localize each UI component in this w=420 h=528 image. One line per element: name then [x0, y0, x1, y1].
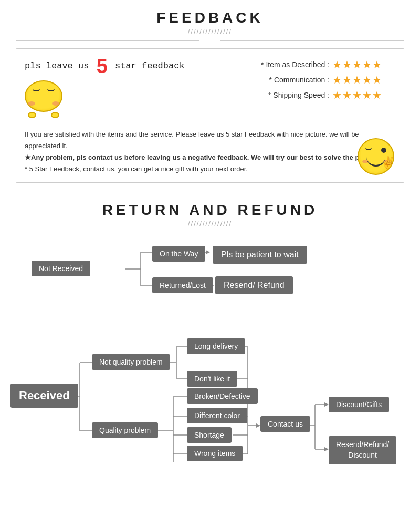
rating-row-described: * Item as Described : ★★★★★ [259, 58, 395, 71]
not-received-box: Not Received [32, 261, 90, 276]
feedback-desc2-text: ★Any problem, pls contact us before leav… [25, 153, 382, 161]
dont-like-box: Don't like it [187, 371, 237, 387]
wink-right-eye [381, 148, 386, 153]
return-divider: /////////////// [0, 220, 420, 227]
feedback-box: pls leave us 5 star feedback [16, 48, 404, 183]
smiley-eyes [26, 89, 61, 91]
received-label: Received [10, 384, 78, 408]
feedback-ratings: * Item as Described : ★★★★★ * Communicat… [259, 56, 395, 104]
feedback-description: If you are satisfied with the items and … [25, 129, 395, 175]
wrong-items-label: Wrong items [187, 446, 243, 461]
resend-refund-discount-box: Resend/Refund/ Discount [329, 436, 396, 464]
smiley-face [25, 80, 62, 112]
quality-label: Quality problem [92, 422, 158, 438]
smiley-hands [28, 112, 59, 118]
return-section-header: RETURN AND REFUND /////////////// [0, 192, 420, 233]
different-color-label: Different color [187, 408, 247, 423]
rating-row-communication: * Communication : ★★★★★ [259, 74, 395, 86]
feedback-title: FEEDBACK [0, 9, 420, 26]
feedback-star-number: 5 [97, 55, 108, 77]
left-cheek [28, 101, 35, 106]
feedback-section-header: FEEDBACK /////////////// [0, 0, 420, 41]
rating-label-described: * Item as Described : [259, 60, 332, 69]
right-hand [51, 112, 59, 118]
return-title: RETURN AND REFUND [0, 202, 420, 219]
quality-box: Quality problem [92, 422, 158, 438]
right-cheek [52, 101, 59, 106]
resend-refund-top-box: Resend/ Refund [215, 276, 293, 294]
broken-label: Broken/Defective [187, 388, 258, 404]
dont-like-label: Don't like it [187, 371, 237, 387]
long-delivery-label: Long delivery [187, 338, 245, 354]
left-eye [33, 89, 40, 91]
smiley-cheeks [26, 101, 61, 106]
feedback-desc1: If you are satisfied with the items and … [25, 129, 395, 152]
discount-gifts-box: Discount/Gifts [329, 397, 389, 412]
wink-left-eye [365, 148, 372, 150]
svg-marker-34 [256, 423, 260, 428]
contact-us-box: Contact us [260, 416, 310, 432]
received-box: Received [10, 384, 78, 408]
feedback-divider-line [16, 40, 404, 41]
feedback-top: pls leave us 5 star feedback [25, 56, 395, 122]
peace-icon: ✌ [381, 156, 394, 170]
wrong-items-box: Wrong items [187, 446, 243, 461]
pls-wait-label: Pls be patient to wait [213, 246, 307, 264]
wink-eyes [359, 148, 393, 153]
not-received-label: Not Received [32, 261, 90, 276]
pls-wait-box: Pls be patient to wait [213, 246, 307, 264]
not-quality-label: Not quality problem [92, 354, 170, 370]
rating-row-shipping: * Shipping Speed : ★★★★★ [259, 89, 395, 101]
winking-smiley: ✌ [358, 138, 394, 175]
feedback-left: pls leave us 5 star feedback [25, 56, 248, 122]
return-refund-section: RETURN AND REFUND /////////////// [0, 192, 420, 478]
not-received-diagram: Not Received On the Way Pls be patient t… [32, 242, 410, 305]
left-hand [28, 112, 36, 118]
feedback-desc2: ★Any problem, pls contact us before leav… [25, 152, 395, 163]
different-color-box: Different color [187, 408, 247, 423]
not-received-flow: Not Received On the Way Pls be patient t… [16, 242, 410, 305]
feedback-main-text: pls leave us 5 star feedback [25, 56, 248, 76]
discount-gifts-label: Discount/Gifts [329, 397, 389, 412]
resend-refund-discount-label: Resend/Refund/ Discount [329, 436, 396, 464]
svg-marker-6 [206, 250, 210, 254]
received-diagram: Received Not quality problem Long delive… [10, 315, 415, 478]
stars-described: ★★★★★ [332, 58, 382, 71]
feedback-desc3: * 5 Star Feedback, contact us, you can g… [25, 163, 395, 175]
rating-label-shipping: * Shipping Speed : [259, 91, 332, 99]
contact-us-label: Contact us [260, 416, 310, 432]
return-divider-line [16, 233, 404, 233]
stars-shipping: ★★★★★ [332, 89, 382, 101]
resend-refund-top-label: Resend/ Refund [215, 276, 293, 294]
on-the-way-label: On the Way [152, 246, 205, 262]
long-delivery-box: Long delivery [187, 338, 245, 354]
svg-marker-40 [324, 447, 329, 451]
feedback-divider: /////////////// [0, 27, 420, 35]
smiley-wink-face: ✌ [358, 138, 394, 175]
rating-label-communication: * Communication : [259, 76, 332, 84]
received-flow: Received Not quality problem Long delive… [5, 315, 415, 478]
sleeping-smiley [25, 80, 67, 122]
svg-marker-38 [324, 402, 329, 407]
feedback-suffix: star feedback [115, 61, 185, 71]
right-eye [47, 89, 55, 91]
broken-box: Broken/Defective [187, 388, 258, 404]
shortage-label: Shortage [187, 427, 232, 443]
returned-lost-box: Returned/Lost [152, 277, 213, 293]
shortage-box: Shortage [187, 427, 232, 443]
returned-lost-label: Returned/Lost [152, 277, 213, 293]
stars-communication: ★★★★★ [332, 74, 382, 86]
feedback-prefix: pls leave us [25, 61, 89, 71]
not-quality-box: Not quality problem [92, 354, 170, 370]
on-the-way-box: On the Way [152, 246, 205, 262]
